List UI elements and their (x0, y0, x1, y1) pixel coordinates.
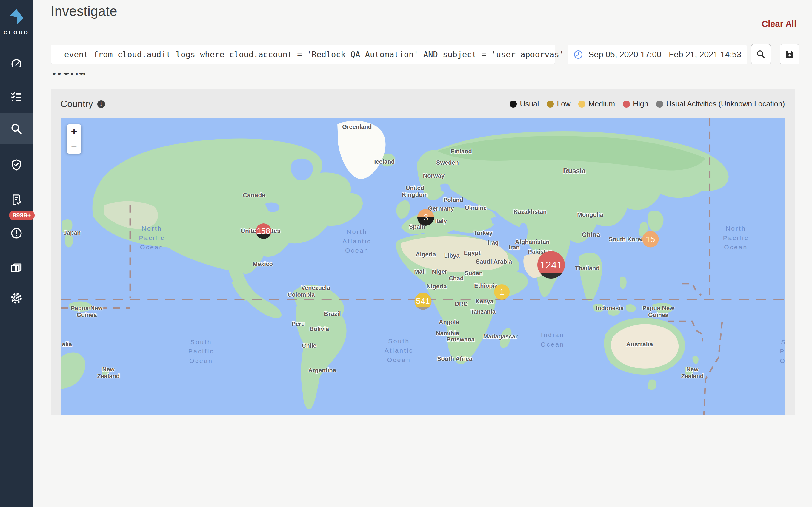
map-geography (61, 118, 785, 415)
gauge-icon (10, 58, 23, 71)
country-label-nigeria: Nigeria (426, 283, 447, 290)
date-range-picker[interactable]: Sep 05, 2020 17:00 - Feb 21, 2021 14:53 (568, 45, 747, 64)
country-label-china: China (582, 231, 600, 239)
country-label-namibia: Namibia (436, 330, 459, 337)
country-label-germany: Germany (428, 205, 454, 212)
country-label-madagascar: Madagascar (483, 333, 518, 340)
ocean-label-sout-pacif-ocea: SoutPacifOcea (780, 337, 785, 365)
country-label-angola: Angola (439, 319, 459, 326)
date-range-text: Sep 05, 2020 17:00 - Feb 21, 2021 14:53 (589, 50, 741, 59)
country-label-turkey: Turkey (473, 230, 493, 236)
country-label-egypt: Egypt (464, 249, 480, 257)
country-label-japan: Japan (64, 229, 81, 236)
map-marker-1[interactable]: 1 (494, 284, 510, 300)
country-label-iceland: Iceland (374, 158, 395, 165)
legend-dot (578, 101, 586, 108)
legend-dot (623, 101, 630, 108)
country-label-norway: Norway (423, 172, 445, 179)
legend-item-high: High (623, 100, 648, 108)
save-icon (784, 49, 795, 59)
legend-dot (656, 101, 663, 108)
map-marker-1241[interactable]: 1241 (537, 251, 565, 279)
zoom-out-button[interactable]: − (66, 139, 82, 154)
country-label-peru: Peru (292, 321, 305, 328)
legend-item-usual-activities-unknown-location: Usual Activities (Unknown Location) (656, 100, 785, 108)
country-label-afghanistan: Afghanistan (515, 239, 550, 245)
query-text: event from cloud.audit_logs where cloud.… (64, 50, 564, 59)
country-label-ukraine: Ukraine (465, 204, 487, 211)
country-label-iraq: Iraq (488, 239, 499, 246)
search-icon (756, 49, 766, 59)
country-label-brazil: Brazil (324, 310, 341, 317)
page-title: Investigate (51, 3, 117, 19)
country-label-drc: DRC (455, 300, 467, 307)
country-label-new-zealand: NewZealand (681, 366, 704, 380)
country-label-greenland: Greenland (342, 123, 372, 130)
info-icon[interactable]: i (97, 100, 105, 108)
sidebar-item-dashboard[interactable] (0, 49, 33, 79)
save-search-button[interactable] (780, 44, 800, 64)
country-label-mexico: Mexico (253, 261, 273, 268)
ocean-label-south-atlantic-ocean: SouthAtlanticOcean (385, 336, 413, 365)
country-label-alia: alia (62, 341, 72, 347)
country-label-mongolia: Mongolia (577, 211, 603, 218)
top-bar: Investigate Clear All event from cloud.a… (33, 0, 812, 73)
country-label-venezuela: Venezuela (301, 284, 330, 291)
country-label-south-africa: South Africa (437, 355, 472, 362)
ocean-label-south-pacific-ocean: SouthPacificOcean (188, 337, 214, 365)
query-input[interactable]: event from cloud.audit_logs where cloud.… (51, 45, 555, 64)
legend-dot (510, 101, 517, 108)
clear-all-link[interactable]: Clear All (762, 19, 797, 29)
country-label-united-kingdom: UnitedKingdom (402, 185, 428, 198)
zoom-in-button[interactable]: + (66, 124, 82, 139)
country-label-sudan: Sudan (464, 270, 483, 276)
alert-circle-icon (10, 227, 23, 240)
country-label-papua-new-guinea: Papua NewGuinea (643, 305, 674, 319)
country-label-new-zealand: NewZealand (97, 366, 120, 380)
sidebar-item-investigate[interactable] (0, 113, 33, 144)
sidebar-item-compute[interactable] (0, 252, 33, 283)
country-label-botswana: Botswana (446, 336, 474, 343)
country-label-chad: Chad (449, 275, 464, 282)
world-map[interactable]: GreenlandIcelandFinlandSwedenNorwayRussi… (61, 118, 785, 415)
country-map-card: Country i UsualLowMediumHighUsual Activi… (51, 90, 795, 415)
sidebar-item-inventory[interactable] (0, 82, 33, 113)
map-marker-3[interactable]: 3 (417, 209, 434, 226)
legend-label: Usual (520, 100, 539, 108)
legend-dot (547, 101, 554, 108)
sidebar-item-alerts[interactable]: 9999+ (0, 218, 33, 249)
sidebar-item-settings[interactable] (0, 283, 33, 314)
sidebar-item-policies[interactable] (0, 150, 33, 180)
country-label-bolivia: Bolivia (310, 326, 329, 333)
country-label-papua-new-guinea: Papua NewGuinea (71, 305, 103, 319)
clipboard-check-icon (10, 193, 23, 206)
map-marker-15[interactable]: 15 (642, 231, 659, 247)
country-label-thailand: Thailand (575, 265, 600, 271)
country-label-ethiopia: Ethiopia (474, 282, 498, 289)
map-marker-541[interactable]: 541 (414, 293, 432, 309)
country-label-saudi-arabia: Saudi Arabia (476, 258, 512, 265)
sidebar: CLOUD 9999+ (0, 0, 33, 507)
map-legend: UsualLowMediumHighUsual Activities (Unkn… (510, 90, 785, 118)
container-icon (10, 261, 23, 274)
legend-item-medium: Medium (578, 100, 615, 108)
logo-icon (7, 8, 26, 25)
legend-label: Low (557, 100, 570, 108)
shield-check-icon (10, 158, 23, 171)
legend-label: Usual Activities (Unknown Location) (666, 100, 785, 108)
app-logo[interactable]: CLOUD (0, 8, 33, 36)
country-label-russia: Russia (563, 167, 586, 175)
investigate-page: CLOUD 9999+ World Investigate Clear All … (0, 0, 812, 507)
country-label-tanzania: Tanzania (470, 308, 496, 315)
ocean-label-north-pacific-ocean: NorthPacificOcean (723, 224, 749, 252)
ocean-label-indian-ocean: IndianOcean (541, 330, 564, 349)
country-label-indonesia: Indonesia (596, 305, 624, 312)
country-label-niger: Niger (432, 268, 447, 275)
map-zoom-control: + − (66, 124, 82, 154)
country-label-kazakhstan: Kazakhstan (513, 208, 547, 215)
legend-label: Medium (589, 100, 615, 108)
run-search-button[interactable] (751, 44, 771, 64)
map-marker-158[interactable]: 158 (256, 223, 271, 239)
logo-text: CLOUD (0, 30, 33, 36)
ocean-label-north-pacific-ocean: NorthPacificOcean (139, 224, 165, 252)
